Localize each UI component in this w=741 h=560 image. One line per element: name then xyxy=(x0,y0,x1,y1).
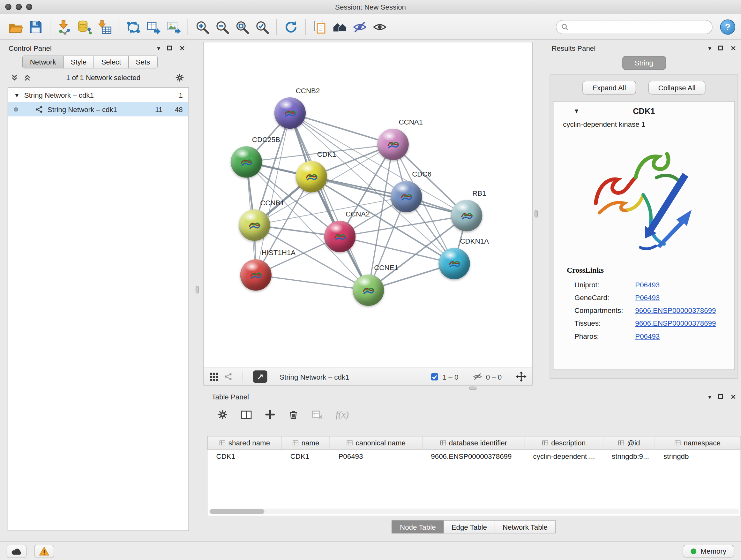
selected-checkbox-icon[interactable] xyxy=(431,373,439,381)
tab-network-table[interactable]: Network Table xyxy=(495,520,556,533)
import-network-database-button[interactable] xyxy=(75,17,94,37)
zoom-fit-button[interactable] xyxy=(232,17,252,37)
protein-card-header[interactable]: ▼ CDK1 xyxy=(553,102,734,119)
refresh-view-button[interactable] xyxy=(281,17,301,37)
edge-RB1-CCNA2[interactable] xyxy=(340,215,467,236)
left-splitter-handle[interactable] xyxy=(196,286,199,294)
report-document-button[interactable] xyxy=(310,17,330,37)
save-session-button[interactable] xyxy=(25,17,45,37)
export-image-button[interactable] xyxy=(163,17,183,37)
delete-column-trash-icon[interactable] xyxy=(288,409,299,420)
import-table-button[interactable] xyxy=(94,17,114,37)
node-HIST1H1A[interactable] xyxy=(240,259,272,291)
home-networks-button[interactable] xyxy=(330,17,350,37)
node-CDK1[interactable] xyxy=(296,161,327,192)
warnings-button[interactable] xyxy=(34,544,54,558)
table-cell[interactable]: CDK1 xyxy=(282,449,330,462)
table-cell[interactable]: stringdb xyxy=(655,449,740,462)
pan-crosshair-icon[interactable] xyxy=(516,371,527,382)
edge-HIST1H1A-CCNE1[interactable] xyxy=(256,275,368,290)
table-settings-gear-icon[interactable] xyxy=(217,409,228,420)
tab-node-table[interactable]: Node Table xyxy=(392,520,444,533)
zoom-selected-button[interactable] xyxy=(252,17,272,37)
export-table-button[interactable] xyxy=(143,17,163,37)
column-header-namespace[interactable]: namespace xyxy=(655,436,740,449)
table-cell[interactable]: CDK1 xyxy=(208,449,282,462)
table-cell[interactable]: cyclin-dependent ... xyxy=(525,449,603,462)
panel-close-icon[interactable]: ✕ xyxy=(730,393,736,400)
expand-all-icon[interactable] xyxy=(23,74,31,82)
column-header-name[interactable]: name xyxy=(282,436,330,449)
panel-float-icon[interactable] xyxy=(718,46,723,51)
edge-CCNB2-CCNA1[interactable] xyxy=(290,113,393,144)
column-header--id[interactable]: @id xyxy=(603,436,655,449)
tab-string[interactable]: String xyxy=(622,56,666,70)
tab-select[interactable]: Select xyxy=(94,56,129,68)
table-cell[interactable]: P06493 xyxy=(330,449,422,462)
gear-icon[interactable] xyxy=(175,73,184,82)
table-horizontal-scrollbar[interactable] xyxy=(209,509,739,514)
edge-CCNB2-CCNE1[interactable] xyxy=(290,113,368,290)
import-network-file-button[interactable] xyxy=(55,17,74,37)
node-CCNB1[interactable] xyxy=(239,209,270,241)
network-item-row[interactable]: String Network – cdk1 11 48 xyxy=(8,102,188,117)
tab-edge-table[interactable]: Edge Table xyxy=(443,520,495,533)
hide-selected-button[interactable] xyxy=(350,17,369,37)
column-header-description[interactable]: description xyxy=(525,436,603,449)
clone-network-button[interactable] xyxy=(124,17,143,37)
show-selected-button[interactable] xyxy=(370,17,390,37)
node-RB1[interactable] xyxy=(451,200,482,231)
crosslink-value[interactable]: P06493 xyxy=(635,281,660,289)
zoom-out-button[interactable] xyxy=(212,17,232,37)
crosslink-value[interactable]: P06493 xyxy=(635,332,660,340)
tab-sets[interactable]: Sets xyxy=(128,56,158,68)
bottom-splitter-handle[interactable] xyxy=(469,387,477,390)
open-session-button[interactable] xyxy=(6,17,25,37)
share-view-icon[interactable] xyxy=(224,372,232,381)
tab-network[interactable]: Network xyxy=(22,56,64,68)
tree-expanded-icon[interactable]: ▼ xyxy=(14,92,20,98)
node-CDC6[interactable] xyxy=(391,181,422,212)
card-expanded-icon[interactable]: ▼ xyxy=(574,108,580,114)
scrollbar-thumb[interactable] xyxy=(210,509,264,514)
column-header-canonical-name[interactable]: canonical name xyxy=(330,436,422,449)
cloud-button[interactable] xyxy=(7,544,26,558)
column-header-database-identifier[interactable]: database identifier xyxy=(422,436,525,449)
node-CCNA1[interactable] xyxy=(378,129,409,160)
expand-all-button[interactable]: Expand All xyxy=(583,81,636,95)
node-CCNB2[interactable] xyxy=(274,98,306,129)
node-CDC25B[interactable] xyxy=(231,146,262,178)
show-columns-icon[interactable] xyxy=(241,409,252,420)
panel-menu-icon[interactable]: ▾ xyxy=(157,45,160,51)
memory-button[interactable]: Memory xyxy=(683,545,734,557)
table-cell[interactable]: stringdb:9... xyxy=(603,449,655,462)
node-CCNE1[interactable] xyxy=(353,274,384,306)
collapse-all-button[interactable]: Collapse All xyxy=(649,81,705,95)
panel-menu-icon[interactable]: ▾ xyxy=(708,393,711,399)
hidden-eye-slash-icon[interactable] xyxy=(473,372,482,381)
panel-float-icon[interactable] xyxy=(718,394,723,399)
panel-menu-icon[interactable]: ▾ xyxy=(708,45,711,51)
table-row[interactable]: CDK1CDK1P064939606.ENSP00000378699cyclin… xyxy=(208,449,740,462)
network-canvas[interactable]: CCNB2CCNA1CDC25BCDK1CDC6RB1CCNB1CCNA2CDK… xyxy=(204,42,532,368)
node-CCNA2[interactable] xyxy=(324,221,355,252)
panel-float-icon[interactable] xyxy=(167,46,172,51)
add-column-plus-icon[interactable] xyxy=(265,409,275,420)
crosslink-value[interactable]: P06493 xyxy=(635,294,660,301)
search-input[interactable] xyxy=(572,23,707,30)
crosslink-value[interactable]: 9606.ENSP00000378699 xyxy=(635,306,716,314)
tab-style[interactable]: Style xyxy=(63,56,94,68)
zoom-in-button[interactable] xyxy=(192,17,212,37)
help-button[interactable]: ? xyxy=(720,19,736,35)
collapse-all-icon[interactable] xyxy=(10,74,18,82)
table-cell[interactable]: 9606.ENSP00000378699 xyxy=(422,449,525,462)
grid-view-icon[interactable] xyxy=(209,372,218,381)
panel-close-icon[interactable]: ✕ xyxy=(179,44,185,51)
panel-close-icon[interactable]: ✕ xyxy=(730,44,736,51)
right-splitter-handle[interactable] xyxy=(535,210,538,217)
node-CDKN1A[interactable] xyxy=(439,248,470,279)
column-header-shared-name[interactable]: shared name xyxy=(208,436,282,449)
crosslink-value[interactable]: 9606.ENSP00000378699 xyxy=(635,319,716,327)
network-collection-row[interactable]: ▼ String Network – cdk1 1 xyxy=(8,88,188,102)
detach-view-button[interactable] xyxy=(253,370,267,383)
